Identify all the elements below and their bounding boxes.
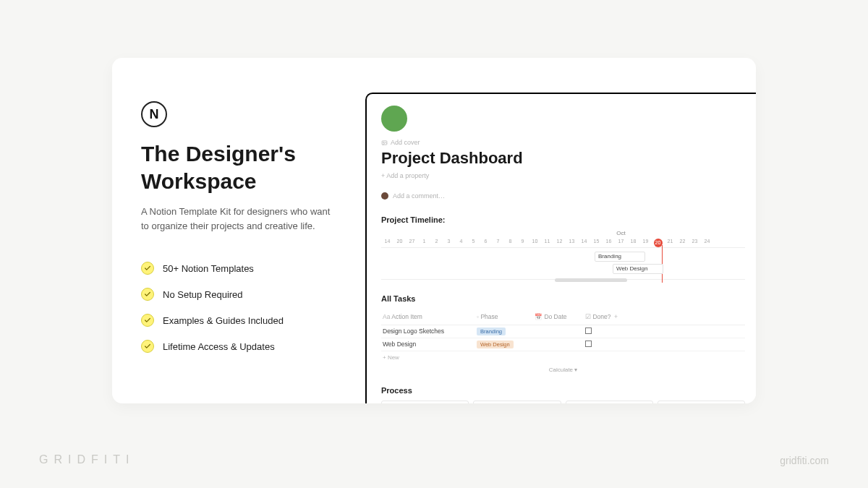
timeline-date: 23 bbox=[689, 239, 701, 247]
cell-phase: Web Design bbox=[475, 338, 533, 351]
feature-label: 50+ Notion Templates bbox=[163, 263, 254, 274]
col-due: 📅 Do Date bbox=[533, 311, 584, 322]
watermark-left: GRIDFITI bbox=[39, 453, 135, 466]
timeline-date: 27 bbox=[406, 239, 418, 247]
process-section: Process 📙Brand Strategy👥User Personas📗Br… bbox=[381, 386, 745, 403]
tasks-section: All Tasks Aa Action Item ◦ Phase 📅 Do Da… bbox=[381, 294, 745, 373]
tasks-calculate[interactable]: Calculate ▾ bbox=[381, 367, 745, 373]
timeline-section: Project Timeline: Oct 142027123456789101… bbox=[381, 215, 745, 280]
process-card[interactable]: 🔍User Research bbox=[658, 401, 745, 403]
feature-label: Examples & Guides Included bbox=[163, 315, 284, 326]
cell-phase: Branding bbox=[475, 325, 533, 338]
timeline-body[interactable]: BrandingWeb Design bbox=[381, 248, 745, 280]
checkbox-icon[interactable] bbox=[585, 341, 592, 347]
check-icon bbox=[141, 314, 154, 327]
timeline-bar[interactable]: Branding bbox=[595, 252, 645, 262]
promo-subtitle: A Notion Template Kit for designers who … bbox=[141, 205, 336, 233]
process-card[interactable]: 📗Brand Guidelines bbox=[566, 401, 653, 403]
timeline-date: 19 bbox=[639, 239, 652, 247]
feature-label: Lifetime Access & Updates bbox=[163, 341, 275, 352]
timeline-scrollbar[interactable] bbox=[555, 278, 627, 282]
comment-placeholder: Add a comment… bbox=[393, 192, 445, 200]
timeline-date: 13 bbox=[566, 239, 578, 247]
watermark-right: gridfiti.com bbox=[780, 455, 829, 466]
feature-item: Lifetime Access & Updates bbox=[141, 340, 336, 353]
timeline-date: 10 bbox=[529, 239, 541, 247]
timeline-date: 4 bbox=[455, 239, 467, 247]
check-icon bbox=[141, 288, 154, 301]
check-icon bbox=[141, 262, 154, 275]
svg-point-1 bbox=[383, 142, 385, 143]
promo-right: Add cover Project Dashboard + Add a prop… bbox=[365, 58, 756, 403]
timeline-bar[interactable]: Web Design bbox=[613, 264, 663, 274]
timeline-heading: Project Timeline: bbox=[381, 215, 745, 224]
timeline-date: 22 bbox=[676, 239, 689, 247]
table-row[interactable]: Web DesignWeb Design bbox=[381, 338, 745, 351]
timeline-date: 15 bbox=[590, 239, 603, 247]
checkbox-icon[interactable] bbox=[585, 328, 592, 334]
avatar-icon bbox=[381, 192, 388, 200]
timeline-date: 18 bbox=[627, 239, 639, 247]
timeline-dates: 1420271234567891011121314151617181920212… bbox=[381, 239, 745, 248]
cell-due bbox=[533, 325, 584, 338]
timeline-date: 20 bbox=[393, 239, 406, 247]
col-phase: ◦ Phase bbox=[475, 311, 533, 322]
col-add[interactable]: + bbox=[613, 311, 627, 322]
timeline-date: 5 bbox=[467, 239, 480, 247]
timeline-date: 1 bbox=[418, 239, 430, 247]
timeline-date: 14 bbox=[381, 239, 393, 247]
timeline-date: 14 bbox=[578, 239, 590, 247]
notion-window: Add cover Project Dashboard + Add a prop… bbox=[365, 93, 756, 403]
check-icon bbox=[141, 340, 154, 353]
cell-due bbox=[533, 338, 584, 351]
col-action: Aa Action Item bbox=[381, 311, 475, 322]
timeline-date: 3 bbox=[443, 239, 455, 247]
promo-card: N The Designer's Workspace A Notion Temp… bbox=[112, 58, 756, 403]
page-icon[interactable] bbox=[381, 106, 407, 132]
timeline-date: 12 bbox=[553, 239, 566, 247]
table-row[interactable]: Design Logo SketchesBranding bbox=[381, 325, 745, 338]
notion-logo-icon: N bbox=[141, 101, 167, 127]
col-done: ☑ Done? bbox=[584, 311, 613, 322]
timeline-date: 7 bbox=[492, 239, 504, 247]
timeline-date: 17 bbox=[615, 239, 627, 247]
cell-done[interactable] bbox=[584, 325, 613, 338]
tasks-header: Aa Action Item ◦ Phase 📅 Do Date ☑ Done?… bbox=[381, 309, 745, 325]
timeline-date: 8 bbox=[504, 239, 516, 247]
timeline-date: 24 bbox=[701, 239, 713, 247]
add-property-button[interactable]: + Add a property bbox=[381, 172, 745, 179]
add-cover-label: Add cover bbox=[391, 139, 420, 146]
feature-item: 50+ Notion Templates bbox=[141, 262, 336, 275]
tasks-heading: All Tasks bbox=[381, 294, 745, 303]
timeline-date: 21 bbox=[664, 239, 676, 247]
add-cover-button[interactable]: Add cover bbox=[381, 139, 745, 146]
timeline-date: 16 bbox=[603, 239, 615, 247]
page-title[interactable]: Project Dashboard bbox=[381, 149, 745, 168]
comment-row[interactable]: Add a comment… bbox=[381, 192, 745, 200]
feature-list: 50+ Notion TemplatesNo Setup RequiredExa… bbox=[141, 262, 336, 353]
feature-item: No Setup Required bbox=[141, 288, 336, 301]
timeline-date: 6 bbox=[480, 239, 492, 247]
tasks-new-row[interactable]: + New bbox=[381, 351, 745, 364]
timeline-month: Oct bbox=[439, 230, 756, 236]
process-grid: 📙Brand Strategy👥User Personas📗Brand Guid… bbox=[381, 401, 745, 403]
feature-label: No Setup Required bbox=[163, 289, 243, 300]
feature-item: Examples & Guides Included bbox=[141, 314, 336, 327]
cell-action: Web Design bbox=[381, 338, 475, 351]
timeline-date: 9 bbox=[516, 239, 529, 247]
timeline-date: 11 bbox=[541, 239, 553, 247]
timeline-today-badge: 20 bbox=[654, 239, 663, 247]
cell-action: Design Logo Sketches bbox=[381, 325, 475, 338]
process-heading: Process bbox=[381, 386, 745, 395]
promo-left: N The Designer's Workspace A Notion Temp… bbox=[112, 58, 365, 403]
process-card[interactable]: 📙Brand Strategy bbox=[381, 401, 469, 403]
timeline-date: 2 bbox=[430, 239, 443, 247]
process-card[interactable]: 👥User Personas bbox=[473, 401, 561, 403]
promo-title: The Designer's Workspace bbox=[141, 140, 336, 194]
cell-done[interactable] bbox=[584, 338, 613, 351]
